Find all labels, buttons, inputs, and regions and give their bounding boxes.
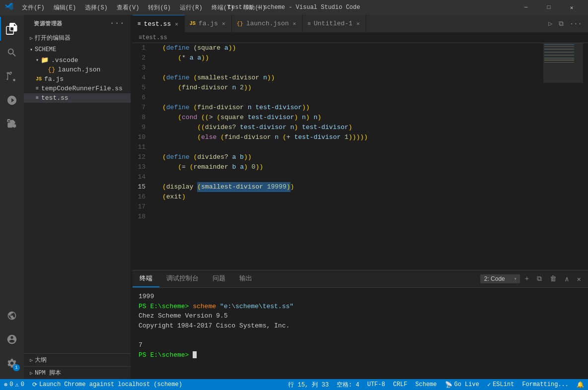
tab-test-ss[interactable]: ≡ test.ss ✕ xyxy=(133,15,185,32)
minimap xyxy=(543,43,583,270)
code-line-14 xyxy=(162,172,543,182)
tab-close-launch-json[interactable]: ✕ xyxy=(292,19,297,28)
code-line-3 xyxy=(162,63,543,73)
tab-fa-js[interactable]: JS fa.js ✕ xyxy=(185,15,232,32)
sidebar-open-editors[interactable]: ▷ 打开的编辑器 xyxy=(24,32,131,44)
bell-icon: 🔔 xyxy=(577,381,584,389)
tab-icon-fa-js: JS xyxy=(190,21,196,26)
line-num-11: 11 xyxy=(133,142,151,152)
debug-activity-icon[interactable] xyxy=(0,88,24,112)
sidebar-scheme-group[interactable]: ▾ SCHEME xyxy=(24,44,131,55)
chevron-down-icon-vscode: ▾ xyxy=(36,57,39,63)
terminal-tab-output[interactable]: 输出 xyxy=(232,270,259,287)
sidebar-item-test-ss[interactable]: ≡ test.ss xyxy=(24,93,131,103)
status-spaces[interactable]: 空格: 4 xyxy=(333,379,364,390)
sidebar-item-temp[interactable]: ≡ tempCodeRunnerFile.ss xyxy=(24,84,131,93)
status-go-live[interactable]: 📡 Go Live xyxy=(441,379,483,390)
run-code-button[interactable]: ▷ xyxy=(546,17,554,30)
sidebar-npm-header[interactable]: ▷ NPM 脚本 xyxy=(24,367,131,379)
status-notification[interactable]: 🔔 xyxy=(573,379,588,390)
terminal-delete-button[interactable]: 🗑 xyxy=(547,273,560,285)
menu-edit[interactable]: 编辑(E) xyxy=(50,2,80,13)
tab-untitled[interactable]: ≡ Untitled-1 ✕ xyxy=(302,15,366,32)
editor-area: ≡ test.ss ✕ JS fa.js ✕ {} launch.json ✕ … xyxy=(133,15,588,379)
terminal-close-button[interactable]: ✕ xyxy=(574,273,584,285)
settings-badge: 1 xyxy=(13,364,20,371)
tab-label-launch-json: launch.json xyxy=(246,20,289,27)
breadcrumb-filename[interactable]: test.ss xyxy=(142,34,167,41)
term-scheme-cmd: scheme xyxy=(193,303,216,310)
extensions-activity-icon[interactable] xyxy=(0,112,24,136)
terminal-collapse-button[interactable]: ∧ xyxy=(562,273,572,285)
error-count: 0 xyxy=(9,381,13,388)
warning-count-icon: ⚠ xyxy=(15,381,18,389)
more-actions-button[interactable]: ··· xyxy=(568,18,584,30)
term-path-arg: "e:\scheme\test.ss" xyxy=(216,303,294,310)
minimap-content xyxy=(543,43,583,65)
npm-label: NPM 脚本 xyxy=(35,369,61,377)
account-activity-icon[interactable] xyxy=(0,327,24,351)
tab-label-untitled: Untitled-1 xyxy=(314,20,353,27)
line-num-6: 6 xyxy=(133,93,151,103)
tab-close-untitled[interactable]: ✕ xyxy=(356,19,361,28)
menu-select[interactable]: 选择(S) xyxy=(81,2,112,13)
status-eslint[interactable]: ✓ ESLint xyxy=(483,379,518,390)
search-activity-icon[interactable] xyxy=(0,41,24,65)
menu-file[interactable]: 文件(F) xyxy=(18,2,49,13)
tab-actions: ▷ ⧉ ··· xyxy=(546,15,588,32)
menu-run[interactable]: 运行(R) xyxy=(176,2,207,13)
sidebar-item-vscode[interactable]: ▾ 📁 .vscode xyxy=(24,55,131,65)
status-position[interactable]: 行 15, 列 33 xyxy=(284,379,333,390)
sidebar-item-launch-json[interactable]: {} launch.json xyxy=(24,65,131,74)
line-num-4: 4 xyxy=(133,73,151,83)
status-encoding[interactable]: UTF-8 xyxy=(363,379,389,390)
split-editor-button[interactable]: ⧉ xyxy=(557,18,566,30)
close-button[interactable]: ✕ xyxy=(560,0,583,15)
explorer-activity-icon[interactable] xyxy=(0,17,24,41)
editor-scrollbar[interactable] xyxy=(583,43,588,270)
line-num-2: 2 xyxy=(133,53,151,63)
tab-label-fa-js: fa.js xyxy=(199,20,218,27)
activity-bar-bottom: 1 xyxy=(0,304,24,379)
code-line-7: (define (find-divisor n test-divisor)) xyxy=(162,103,543,113)
terminal-tab-terminal[interactable]: 终端 xyxy=(133,270,159,287)
source-control-activity-icon[interactable] xyxy=(0,65,24,88)
ss-file-icon-2: ≡ xyxy=(36,95,39,101)
status-formatting[interactable]: Formatting... xyxy=(518,379,573,390)
status-errors[interactable]: ⊗ 0 ⚠ 0 xyxy=(0,379,28,390)
status-language[interactable]: Scheme xyxy=(411,379,441,390)
terminal-tab-debug[interactable]: 调试控制台 xyxy=(159,270,206,287)
code-line-1: (define (square a)) xyxy=(162,43,543,53)
tab-icon-untitled: ≡ xyxy=(307,21,311,27)
tab-close-fa-js[interactable]: ✕ xyxy=(221,19,226,28)
term-line-1999: 1999 xyxy=(139,292,582,302)
tab-close-test-ss[interactable]: ✕ xyxy=(174,20,179,28)
terminal-instance-select[interactable]: 2: Code xyxy=(480,274,520,283)
term-output-1999: 1999 xyxy=(139,293,154,300)
tab-launch-json[interactable]: {} launch.json ✕ xyxy=(232,15,303,32)
status-line-ending[interactable]: CRLF xyxy=(389,379,411,390)
remote-activity-icon[interactable] xyxy=(0,304,24,327)
terminal-split-button[interactable]: ⧉ xyxy=(534,273,545,285)
line-num-10: 10 xyxy=(133,132,151,142)
sidebar-outline-header[interactable]: ▷ 大纲 xyxy=(24,354,131,366)
restore-button[interactable]: □ xyxy=(537,0,560,15)
menu-goto[interactable]: 转到(G) xyxy=(144,2,175,13)
term-prompt-1: PS E:\scheme> xyxy=(139,303,193,310)
status-remote[interactable]: ⟳ Launch Chrome against localhost (schem… xyxy=(28,379,186,390)
term-line-7: 7 xyxy=(139,340,582,350)
menu-view[interactable]: 查看(V) xyxy=(113,2,144,13)
code-line-10: (else (find-divisor n (+ test-divisor 1)… xyxy=(162,132,543,142)
eslint-icon: ✓ xyxy=(487,381,491,389)
terminal-content[interactable]: 1999 PS E:\scheme> scheme "e:\scheme\tes… xyxy=(133,288,588,379)
terminal-add-button[interactable]: + xyxy=(522,273,532,285)
code-content[interactable]: (define (square a)) (* a a)) (define (sm… xyxy=(157,43,543,270)
chevron-right-icon: ▷ xyxy=(30,35,33,41)
sidebar-item-fa-js[interactable]: JS fa.js xyxy=(24,74,131,84)
code-editor[interactable]: 1 2 3 4 5 6 7 8 9 10 11 12 13 14 15 16 1 xyxy=(133,43,588,270)
minimize-button[interactable]: ─ xyxy=(514,0,537,15)
term-copyright: Copyright 1984-2017 Cisco Systems, Inc. xyxy=(139,322,290,329)
terminal-tab-problems[interactable]: 问题 xyxy=(206,270,232,287)
settings-activity-icon[interactable]: 1 xyxy=(0,351,24,375)
sidebar-more-button[interactable]: ··· xyxy=(110,19,125,28)
